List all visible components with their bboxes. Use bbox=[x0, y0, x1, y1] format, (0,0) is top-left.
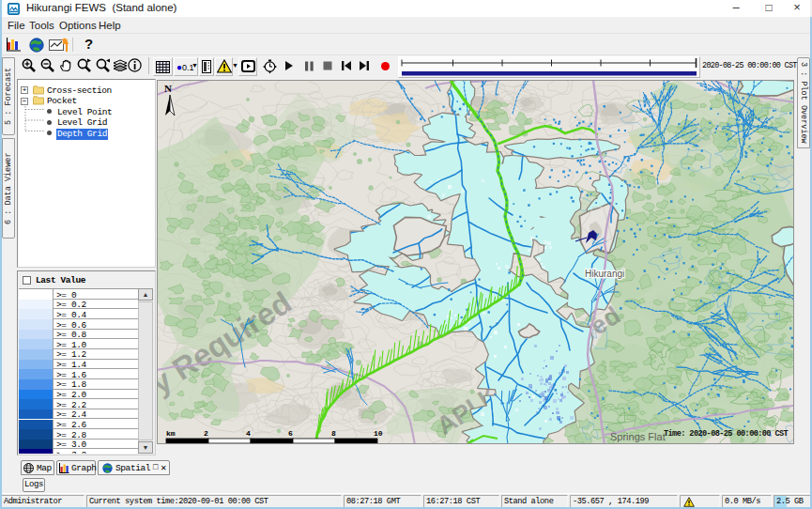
svg-text:6: 6 bbox=[288, 429, 293, 438]
svg-text:Time: 2020-08-25 00:00:00 CST: Time: 2020-08-25 00:00:00 CST bbox=[664, 429, 789, 439]
svg-text:N: N bbox=[164, 83, 172, 94]
svg-text:Hikurangi: Hikurangi bbox=[585, 269, 624, 279]
svg-text:4: 4 bbox=[246, 429, 251, 438]
svg-text:2: 2 bbox=[204, 429, 208, 438]
svg-text:km: km bbox=[166, 429, 176, 438]
svg-text:Springs Flat: Springs Flat bbox=[610, 431, 666, 442]
svg-text:8: 8 bbox=[331, 429, 336, 438]
svg-text:10: 10 bbox=[374, 429, 383, 438]
